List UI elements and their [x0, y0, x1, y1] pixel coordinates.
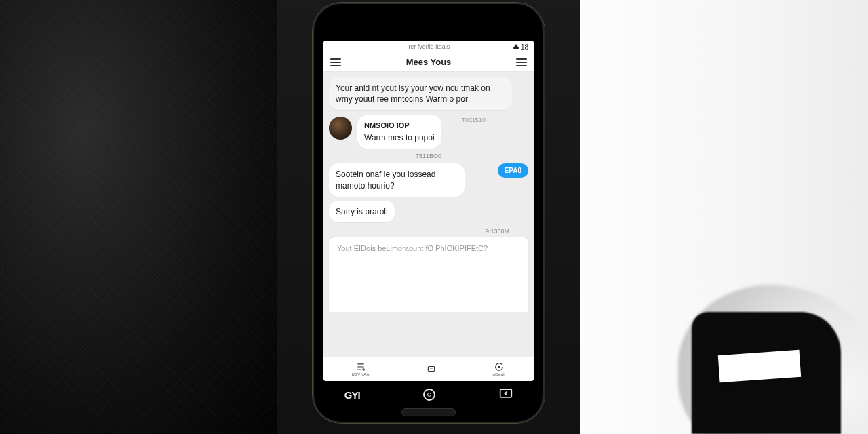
message-bubble[interactable]: Your anld nt yout lsy your yow ncu tmak …	[329, 77, 512, 110]
tab-label: USVNAA	[351, 372, 369, 376]
tab-icon	[494, 362, 505, 372]
svg-rect-3	[500, 389, 512, 397]
message-text: Warm mes to pupoi	[364, 133, 435, 142]
compose-input[interactable]: Yout EIDois beLimoraount fO PhIOKIPIFEtC…	[329, 237, 528, 312]
nav-home[interactable]	[423, 389, 435, 401]
pill-text: EPA0	[505, 167, 521, 174]
svg-point-0	[363, 369, 364, 370]
tab-bar: USVNAA nOeull	[323, 357, 534, 381]
options-icon[interactable]	[516, 58, 527, 66]
phone-frame: Ter fverlle iteals 18 Mees Yous Y	[313, 3, 545, 423]
nav-recents[interactable]: GYI	[344, 389, 360, 401]
message-bubble[interactable]: Satry is prarolt	[329, 201, 395, 222]
chat-area: Your anld nt yout lsy your yow ncu tmak …	[323, 72, 534, 357]
outgoing-pill[interactable]: EPA0	[498, 163, 528, 178]
page-title: Mees Yous	[406, 57, 452, 67]
message-text: Sootein onaf le you lossead mamoto houri…	[336, 170, 435, 190]
background-shape	[718, 350, 801, 382]
avatar[interactable]	[329, 117, 352, 140]
tab-label: nOeull	[492, 372, 505, 376]
home-button[interactable]	[401, 408, 456, 416]
nav-back[interactable]	[499, 388, 513, 401]
background-left	[0, 0, 277, 434]
android-nav: GYI	[313, 387, 545, 403]
message-bubble[interactable]: Sootein onaf le you lossead mamoto houri…	[329, 163, 465, 196]
tab-icon	[355, 362, 366, 372]
day-separator: 7511BO0	[329, 153, 528, 159]
compose-placeholder: Yout EIDois beLimoraount fO PhIOKIPIFEtC…	[337, 244, 488, 252]
message-row: NMSOIO IOP Warm mes to pupoi T0CtS10	[329, 115, 528, 149]
svg-rect-1	[428, 367, 434, 372]
svg-point-2	[498, 366, 500, 368]
message-text: Your anld nt yout lsy your yow ncu tmak …	[336, 83, 490, 104]
phone-screen: Ter fverlle iteals 18 Mees Yous Y	[323, 41, 534, 381]
tab-item[interactable]: nOeull	[492, 362, 505, 376]
status-bar: Ter fverlle iteals 18	[323, 41, 534, 53]
carrier-label: Ter fverlle iteals	[408, 43, 450, 50]
menu-icon[interactable]	[330, 58, 341, 66]
message-timestamp: T0CtS10	[462, 117, 486, 123]
message-bubble[interactable]: NMSOIO IOP Warm mes to pupoi	[357, 115, 441, 149]
tab-item[interactable]: USVNAA	[351, 362, 369, 376]
app-bar: Mees Yous	[323, 53, 534, 72]
message-timestamp: 9:1350M	[329, 228, 528, 235]
message-text: Satry is prarolt	[336, 207, 388, 216]
background-mid: Ter fverlle iteals 18 Mees Yous Y	[277, 0, 580, 434]
tab-item[interactable]	[426, 364, 437, 374]
message-header: NMSOIO IOP	[364, 121, 435, 131]
clock: 18	[521, 43, 528, 51]
tab-icon	[426, 364, 437, 374]
background-right	[580, 0, 868, 434]
wifi-icon	[513, 44, 519, 49]
